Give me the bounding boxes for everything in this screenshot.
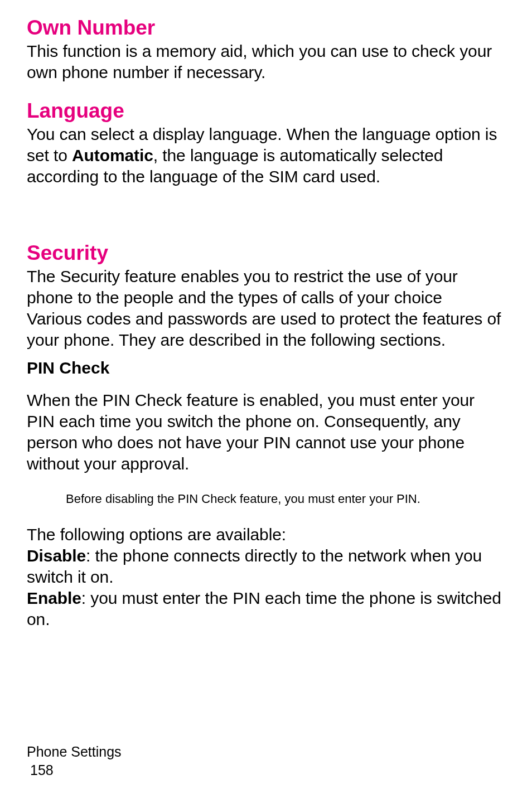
text-language-bold: Automatic bbox=[72, 146, 153, 164]
footer-section-label: Phone Settings bbox=[27, 743, 122, 762]
note-pin-check: Before disabling the PIN Check feature, … bbox=[66, 491, 505, 507]
footer-page-number: 158 bbox=[30, 761, 122, 780]
text-option-enable-desc: : you must enter the PIN each time the p… bbox=[27, 589, 501, 628]
text-pin-check-option-enable: Enable: you must enter the PIN each time… bbox=[27, 588, 505, 630]
text-security-p2: Various codes and passwords are used to … bbox=[27, 308, 505, 351]
heading-language: Language bbox=[27, 100, 505, 123]
text-security-p1: The Security feature enables you to rest… bbox=[27, 266, 505, 308]
heading-pin-check: PIN Check bbox=[27, 359, 505, 377]
text-pin-check-p1: When the PIN Check feature is enabled, y… bbox=[27, 390, 505, 474]
text-pin-check-options-intro: The following options are available: bbox=[27, 524, 505, 545]
heading-own-number: Own Number bbox=[27, 17, 505, 40]
heading-security: Security bbox=[27, 242, 505, 265]
text-option-disable-label: Disable bbox=[27, 546, 86, 565]
text-pin-check-option-disable: Disable: the phone connects directly to … bbox=[27, 545, 505, 588]
text-language-body: You can select a display language. When … bbox=[27, 124, 505, 187]
text-option-disable-desc: : the phone connects directly to the net… bbox=[27, 546, 482, 586]
text-option-enable-label: Enable bbox=[27, 589, 81, 607]
text-own-number-body: This function is a memory aid, which you… bbox=[27, 41, 505, 83]
page-footer: Phone Settings 158 bbox=[27, 743, 122, 781]
